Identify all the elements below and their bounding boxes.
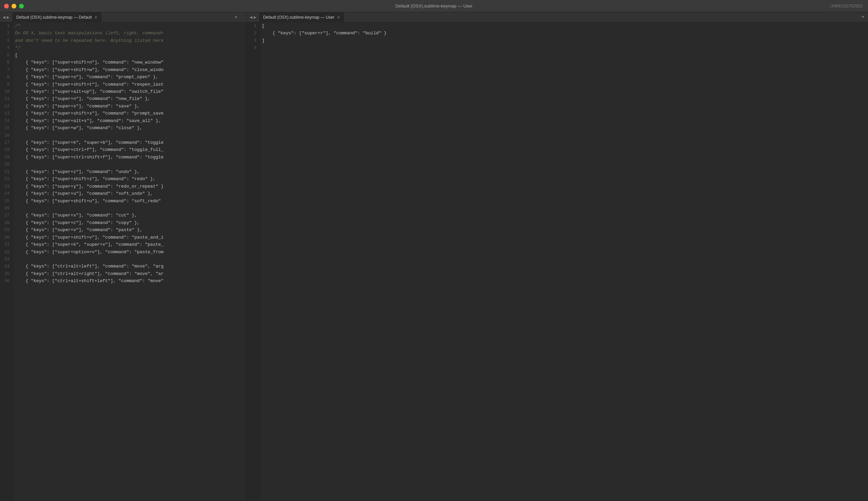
line-number: 36	[3, 277, 10, 285]
code-area-left[interactable]: /*On OS X, basic text manipulations (lef…	[14, 22, 246, 501]
code-line: On OS X, basic text manipulations (left,…	[14, 30, 246, 37]
line-number: 1	[250, 22, 257, 30]
line-number: 27	[3, 212, 10, 219]
code-line: [	[14, 52, 246, 59]
code-line: { "keys": ["super+r"], "command": "build…	[261, 30, 868, 37]
editor-pane-right: 1234 [ { "keys": ["super+r"], "command":…	[247, 22, 868, 501]
code-line: { "keys": ["super+shift+s"], "command": …	[14, 110, 246, 117]
nav-next-icon[interactable]: ▶	[7, 14, 10, 20]
code-line: { "keys": ["super+shift+z"], "command": …	[14, 175, 246, 182]
line-number: 29	[3, 226, 10, 234]
line-number: 5	[3, 52, 10, 59]
line-number: 2	[250, 30, 257, 37]
code-line: ]	[261, 37, 868, 44]
maximize-button[interactable]	[19, 4, 24, 9]
code-line: { "keys": ["super+shift+t"], "command": …	[14, 81, 246, 88]
code-line: { "keys": ["super+y"], "command": "redo_…	[14, 183, 246, 190]
line-number: 25	[3, 198, 10, 205]
code-line: { "keys": ["super+alt+up"], "command": "…	[14, 88, 246, 95]
tab-left-default[interactable]: Default (OSX).sublime-keymap — Default ×	[12, 12, 102, 22]
tab-dropdown-right[interactable]: ▼	[862, 15, 864, 19]
line-number: 33	[3, 256, 10, 263]
editor-pane-left: 1234567891011121314151617181920212223242…	[0, 22, 247, 501]
code-line: */	[14, 44, 246, 51]
tab-right-user[interactable]: Default (OSX).sublime-keymap — User ×	[259, 12, 345, 22]
line-number: 4	[3, 44, 10, 51]
code-line: [	[261, 22, 868, 30]
code-line: { "keys": ["super+shift+n"], "command": …	[14, 59, 246, 66]
close-button[interactable]	[4, 4, 9, 9]
tab-left-label: Default (OSX).sublime-keymap — Default	[16, 15, 92, 20]
code-line: { "keys": ["super+k", "super+b"], "comma…	[14, 139, 246, 146]
nav-prev-right-icon[interactable]: ◀	[250, 14, 252, 20]
line-number: 32	[3, 248, 10, 256]
code-area-right[interactable]: [ { "keys": ["super+r"], "command": "bui…	[261, 22, 868, 501]
line-number: 3	[250, 37, 257, 44]
line-number: 19	[3, 153, 10, 161]
nav-next-right-icon[interactable]: ▶	[254, 14, 257, 20]
unregistered-label: UNREGISTERED	[830, 4, 862, 9]
line-number: 16	[3, 132, 10, 139]
code-line: { "keys": ["super+s"], "command": "save"…	[14, 103, 246, 110]
code-line: { "keys": ["super+shift+u"], "command": …	[14, 198, 246, 205]
code-line: { "keys": ["super+shift+w"], "command": …	[14, 66, 246, 73]
line-number: 23	[3, 183, 10, 190]
code-line: { "keys": ["ctrl+alt+shift+left"], "comm…	[14, 277, 246, 285]
line-number: 7	[3, 66, 10, 73]
code-line: { "keys": ["super+n"], "command": "new_f…	[14, 95, 246, 102]
code-line	[14, 256, 246, 263]
tab-dropdown-left[interactable]: ▼	[235, 15, 237, 19]
tab-right-label: Default (OSX).sublime-keymap — User	[263, 15, 334, 20]
line-number: 6	[3, 59, 10, 66]
line-numbers-left: 1234567891011121314151617181920212223242…	[0, 22, 14, 501]
line-number: 13	[3, 110, 10, 117]
line-number: 35	[3, 270, 10, 277]
line-number: 1	[3, 22, 10, 30]
titlebar: Default (OSX).sublime-keymap — User UNRE…	[0, 0, 868, 12]
line-number: 26	[3, 205, 10, 212]
code-line: { "keys": ["super+w"], "command": "close…	[14, 125, 246, 131]
code-line: { "keys": ["super+shift+v"], "command": …	[14, 234, 246, 241]
line-number: 4	[250, 44, 257, 51]
editor-content-left: 1234567891011121314151617181920212223242…	[0, 22, 246, 501]
tab-bar: ◀ ▶ Default (OSX).sublime-keymap — Defau…	[0, 12, 868, 22]
code-line	[14, 205, 246, 212]
line-number: 22	[3, 175, 10, 182]
code-line: /*	[14, 22, 246, 30]
tab-bar-right: ◀ ▶ Default (OSX).sublime-keymap — User …	[247, 12, 868, 22]
code-line: { "keys": ["super+option+v"], "command":…	[14, 248, 246, 256]
line-number: 11	[3, 95, 10, 102]
code-line: { "keys": ["super+x"], "command": "cut" …	[14, 212, 246, 219]
line-number: 15	[3, 125, 10, 131]
editor-container: 1234567891011121314151617181920212223242…	[0, 22, 868, 501]
window-title: Default (OSX).sublime-keymap — User	[396, 3, 473, 9]
tab-bar-left: ◀ ▶ Default (OSX).sublime-keymap — Defau…	[0, 12, 247, 22]
line-number: 24	[3, 190, 10, 197]
code-line: { "keys": ["ctrl+alt+left"], "command": …	[14, 263, 246, 270]
editor-content-right: 1234 [ { "keys": ["super+r"], "command":…	[247, 22, 868, 501]
code-line	[14, 161, 246, 168]
code-line	[261, 44, 868, 51]
line-numbers-right: 1234	[247, 22, 261, 501]
line-number: 18	[3, 146, 10, 153]
code-line: and don't need to be repeated here. Anyt…	[14, 37, 246, 44]
code-line: { "keys": ["super+o"], "command": "promp…	[14, 73, 246, 81]
tab-left-close[interactable]: ×	[95, 15, 97, 20]
line-number: 20	[3, 161, 10, 168]
line-number: 14	[3, 117, 10, 125]
nav-prev-icon[interactable]: ◀	[3, 14, 6, 20]
traffic-lights	[4, 4, 24, 9]
code-line: { "keys": ["super+ctrl+shift+f"], "comma…	[14, 153, 246, 161]
nav-arrows-right[interactable]: ◀ ▶	[247, 12, 259, 22]
code-line: { "keys": ["ctrl+alt+right"], "command":…	[14, 270, 246, 277]
line-number: 31	[3, 241, 10, 248]
line-number: 9	[3, 81, 10, 88]
line-number: 21	[3, 168, 10, 175]
code-line: { "keys": ["super+k", "super+v"], "comma…	[14, 241, 246, 248]
line-number: 30	[3, 234, 10, 241]
line-number: 28	[3, 219, 10, 226]
code-line: { "keys": ["super+ctrl+f"], "command": "…	[14, 146, 246, 153]
nav-arrows-left[interactable]: ◀ ▶	[0, 12, 12, 22]
tab-right-close[interactable]: ×	[337, 15, 340, 20]
minimize-button[interactable]	[12, 4, 16, 9]
